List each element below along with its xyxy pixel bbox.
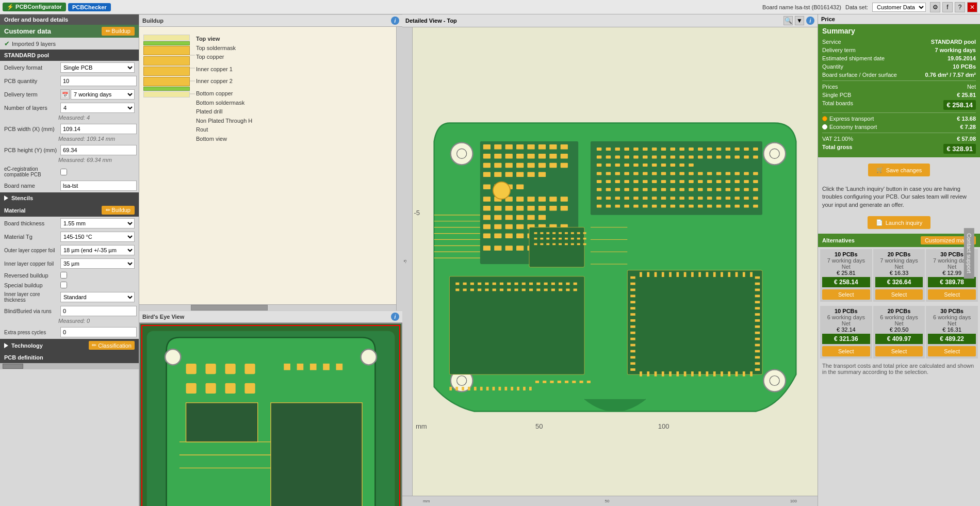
buildup-scrollbar[interactable] bbox=[139, 304, 396, 311]
help-button[interactable]: ? bbox=[955, 2, 965, 12]
svg-rect-154 bbox=[753, 155, 758, 158]
standard-pool-header: STANDARD pool bbox=[0, 50, 139, 61]
ec-reg-checkbox[interactable] bbox=[60, 169, 67, 175]
pcb-quantity-input[interactable] bbox=[60, 76, 137, 86]
svg-rect-95 bbox=[494, 224, 501, 230]
special-buildup-checkbox[interactable] bbox=[60, 282, 67, 288]
left-panel-scrollbar[interactable] bbox=[0, 363, 139, 369]
select-button-r1c1[interactable]: Select bbox=[822, 289, 870, 300]
pcb-height-input[interactable] bbox=[60, 145, 137, 155]
pcb-height-measured: Measured: 69.34 mm bbox=[0, 157, 139, 165]
svg-rect-314 bbox=[755, 313, 760, 316]
economy-radio[interactable] bbox=[822, 124, 827, 129]
pencil-icon3: ✏ bbox=[92, 342, 96, 349]
material-tg-select[interactable]: 145-150 °C bbox=[60, 232, 135, 242]
delivery-format-select[interactable]: Single PCB bbox=[60, 62, 135, 73]
svg-rect-63 bbox=[494, 172, 501, 177]
select-button-r2c3[interactable]: Select bbox=[928, 346, 976, 356]
svg-rect-85 bbox=[538, 206, 546, 211]
svg-rect-232 bbox=[707, 197, 712, 200]
svg-text:mm: mm bbox=[416, 422, 427, 430]
logo-pcb-configurator[interactable]: ⚡ PCBConfigurator bbox=[3, 3, 66, 11]
blind-buried-input[interactable] bbox=[60, 306, 137, 316]
stencils-header[interactable]: Stencils bbox=[0, 192, 139, 204]
gear-button[interactable]: ⚙ bbox=[930, 2, 940, 12]
logo-conf-icon: ⚡ bbox=[7, 4, 14, 10]
delivery-term-select[interactable]: 7 working days bbox=[71, 89, 135, 100]
svg-rect-260 bbox=[478, 283, 481, 285]
pcb-width-measured: Measured: 109.14 mm bbox=[0, 136, 139, 143]
board-name-input[interactable] bbox=[60, 181, 137, 191]
buildup-info-icon[interactable]: i bbox=[391, 17, 399, 25]
close-button[interactable]: ✕ bbox=[967, 2, 977, 12]
svg-rect-373 bbox=[504, 387, 507, 390]
svg-rect-225 bbox=[643, 197, 648, 200]
express-radio[interactable] bbox=[822, 116, 827, 121]
material-buildup-button[interactable]: ✏ Buildup bbox=[102, 206, 135, 215]
svg-rect-359 bbox=[558, 381, 561, 383]
save-changes-button[interactable]: 🛒 Save changes bbox=[868, 164, 930, 176]
technology-header: Technology ✏ Classification bbox=[0, 339, 139, 352]
svg-rect-340 bbox=[640, 371, 642, 377]
zoom-dropdown-button[interactable]: ▼ bbox=[795, 16, 804, 25]
svg-rect-39 bbox=[494, 144, 501, 150]
dataset-select[interactable]: Customer Data bbox=[872, 3, 926, 12]
buildup-scroll-thumb[interactable] bbox=[191, 305, 268, 311]
svg-rect-286 bbox=[544, 289, 548, 291]
pcb-width-input[interactable] bbox=[60, 124, 137, 134]
svg-rect-166 bbox=[597, 172, 602, 175]
select-button-r2c1[interactable]: Select bbox=[822, 346, 870, 356]
svg-rect-337 bbox=[736, 272, 738, 277]
logo-pcb-checker[interactable]: PCBChecker bbox=[68, 3, 111, 11]
svg-rect-159 bbox=[633, 164, 639, 167]
price-header: Price bbox=[818, 14, 980, 24]
svg-rect-313 bbox=[755, 307, 760, 309]
vat-row: VAT 21.00% € 57.08 bbox=[822, 135, 976, 143]
svg-rect-203 bbox=[606, 188, 611, 191]
svg-rect-405 bbox=[559, 238, 562, 240]
svg-rect-80 bbox=[483, 206, 491, 211]
svg-rect-352 bbox=[728, 371, 730, 377]
select-button-r1c3[interactable]: Select bbox=[928, 289, 976, 300]
svg-rect-136 bbox=[753, 148, 758, 151]
svg-rect-218 bbox=[744, 188, 749, 191]
select-button-r2c2[interactable]: Select bbox=[875, 346, 923, 356]
buildup-button[interactable]: ✏ Buildup bbox=[102, 27, 135, 36]
svg-rect-180 bbox=[726, 172, 731, 175]
svg-rect-51 bbox=[538, 154, 546, 159]
svg-rect-132 bbox=[716, 148, 722, 151]
zoom-in-button[interactable]: 🔍 bbox=[783, 16, 793, 25]
extra-press-input[interactable] bbox=[60, 327, 137, 337]
svg-rect-399 bbox=[577, 232, 580, 234]
num-layers-row: Number of layers 4 bbox=[0, 101, 139, 115]
svg-rect-269 bbox=[544, 283, 548, 285]
svg-rect-56 bbox=[505, 163, 513, 168]
contact-support-tab[interactable]: Contact support bbox=[964, 228, 974, 279]
svg-rect-275 bbox=[463, 289, 467, 291]
reversed-buildup-checkbox[interactable] bbox=[60, 272, 67, 279]
svg-rect-354 bbox=[743, 371, 745, 377]
inner-core-select[interactable]: Standard bbox=[60, 292, 135, 302]
facebook-button[interactable]: f bbox=[942, 2, 953, 12]
svg-rect-233 bbox=[716, 197, 722, 200]
svg-rect-12 bbox=[244, 383, 255, 394]
select-button-r1c2[interactable]: Select bbox=[875, 289, 923, 300]
svg-rect-162 bbox=[661, 164, 666, 167]
pencil-icon: ✏ bbox=[106, 28, 110, 34]
scrollbar-thumb[interactable] bbox=[3, 364, 23, 369]
buildup-vscrollbar[interactable] bbox=[396, 27, 402, 311]
svg-rect-392 bbox=[534, 232, 537, 234]
num-layers-select[interactable]: 4 bbox=[60, 103, 135, 113]
board-thickness-select[interactable]: 1.55 mm bbox=[60, 218, 135, 228]
calendar-icon[interactable]: 📅 bbox=[60, 89, 70, 100]
svg-rect-255 bbox=[753, 205, 758, 208]
classification-button[interactable]: ✏ Classification bbox=[89, 341, 135, 350]
svg-rect-316 bbox=[755, 325, 760, 328]
launch-inquiry-button[interactable]: 📄 Launch inquiry bbox=[868, 216, 931, 229]
inner-copper-select[interactable]: 35 µm bbox=[60, 258, 135, 269]
outer-copper-select[interactable]: 18 µm (end +/-35 µm bbox=[60, 245, 135, 255]
detail-info-icon[interactable]: i bbox=[806, 17, 814, 25]
svg-rect-248 bbox=[689, 205, 694, 208]
birds-eye-info-icon[interactable]: i bbox=[391, 313, 399, 321]
svg-rect-394 bbox=[546, 232, 549, 234]
